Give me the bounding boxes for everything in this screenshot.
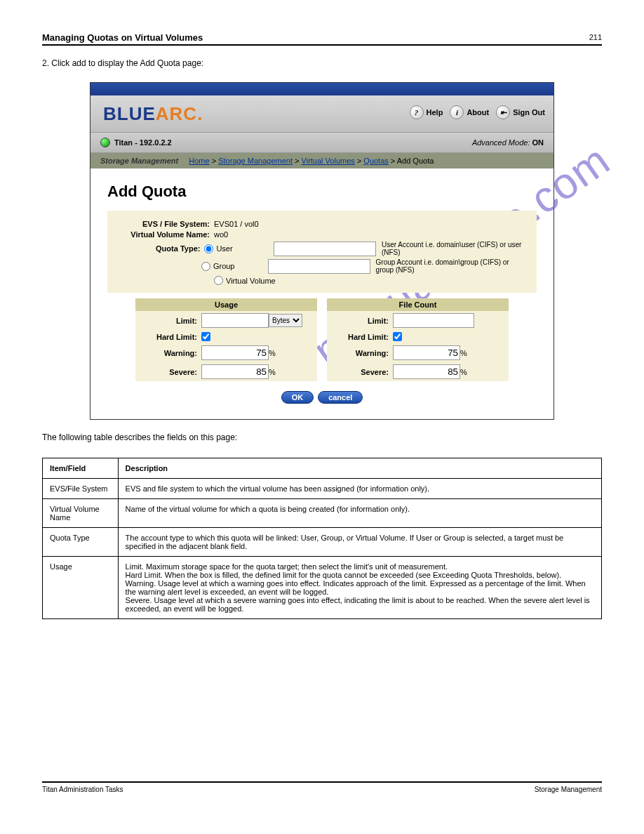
status-host: Titan - 192.0.2.2: [114, 138, 172, 147]
breadcrumb-storage[interactable]: Storage Management: [218, 157, 293, 165]
status-bar: Titan - 192.0.2.2 Advanced Mode: ON: [90, 132, 554, 153]
footer-left: Titan Administration Tasks: [42, 786, 123, 793]
breadcrumb-current: Add Quota: [397, 157, 434, 165]
quota-type-label: Quota Type:: [119, 244, 204, 253]
header-rule: [42, 44, 602, 46]
table-caption: The following table describes the fields…: [42, 432, 602, 442]
breadcrumb-quotas[interactable]: Quotas: [363, 157, 388, 165]
table-cell: EVS and file system to which the virtual…: [118, 479, 601, 499]
help-icon: ?: [410, 105, 424, 119]
fc-hardlimit-checkbox[interactable]: [393, 332, 402, 341]
page-title: Add Quota: [107, 183, 537, 201]
usage-limit-input[interactable]: [201, 313, 269, 328]
logo-blue: BLUE: [103, 103, 156, 124]
user-radio-label: User: [216, 244, 232, 253]
col-desc: Description: [118, 458, 601, 479]
usage-panel: Usage Limit: Bytes Hard Limit: Warning: …: [135, 298, 317, 381]
breadcrumb: Storage Management Home > Storage Manage…: [90, 153, 554, 168]
user-account-input[interactable]: [274, 241, 376, 256]
signout-icon: ⇤: [496, 105, 510, 119]
form-area: EVS / File System: EVS01 / vol0 Virtual …: [107, 211, 537, 293]
quota-type-group-radio[interactable]: [201, 262, 210, 271]
fc-limit-input[interactable]: [393, 313, 474, 328]
signout-label: Sign Out: [513, 108, 545, 117]
cancel-button[interactable]: cancel: [318, 391, 363, 404]
usage-unit-select[interactable]: Bytes: [269, 314, 302, 327]
footer-rule: [42, 781, 602, 783]
usage-warning-label: Warning:: [141, 349, 201, 357]
info-icon: i: [450, 105, 464, 119]
breadcrumb-section: Storage Management: [100, 157, 178, 165]
col-item: Item/Field: [43, 458, 119, 479]
table-cell: Name of the virtual volume for which a q…: [118, 499, 601, 528]
fc-warning-input[interactable]: [393, 345, 460, 360]
usage-severe-label: Severe:: [141, 368, 201, 376]
filecount-header: File Count: [327, 298, 509, 311]
logo-dot: .: [197, 103, 203, 124]
breadcrumb-virtual-volumes[interactable]: Virtual Volumes: [302, 157, 355, 165]
app-screenshot: manualshive.com BLUEARC. ?Help iAbout ⇤S…: [90, 82, 554, 420]
group-hint: Group Account i.e. domain\group (CIFS) o…: [376, 258, 525, 274]
usage-limit-label: Limit:: [141, 317, 201, 325]
group-account-input[interactable]: [268, 259, 370, 274]
title-stripe: [90, 83, 554, 95]
fc-severe-input[interactable]: [393, 364, 460, 379]
about-button[interactable]: iAbout: [450, 105, 489, 119]
table-cell: Limit. Maximum storage space for the quo…: [118, 557, 601, 619]
quota-type-vv-radio[interactable]: [214, 276, 223, 285]
step-instruction: 2. Click add to display the Add Quota pa…: [42, 58, 602, 68]
percent-sign: %: [269, 349, 276, 357]
adv-mode-label: Advanced Mode:: [472, 138, 530, 147]
fc-limit-label: Limit:: [333, 317, 393, 325]
logo: BLUEARC.: [103, 103, 203, 125]
vv-name-value: wo0: [214, 230, 228, 239]
status-led-icon: [100, 138, 110, 147]
evs-label: EVS / File System:: [119, 220, 214, 228]
field-description-table: Item/FieldDescription EVS/File SystemEVS…: [42, 458, 602, 619]
about-label: About: [467, 108, 489, 117]
evs-value: EVS01 / vol0: [214, 220, 259, 228]
vv-radio-label: Virtual Volume: [226, 277, 276, 285]
percent-sign: %: [269, 368, 276, 376]
logo-arc: ARC: [156, 103, 197, 124]
footer-right: Storage Management: [535, 786, 602, 793]
table-row: Usage: [43, 557, 119, 619]
signout-button[interactable]: ⇤Sign Out: [496, 105, 545, 119]
table-cell: The account type to which this quota wil…: [118, 528, 601, 557]
table-row: Quota Type: [43, 528, 119, 557]
percent-sign: %: [460, 349, 467, 357]
help-label: Help: [427, 108, 443, 117]
group-radio-label: Group: [213, 262, 235, 270]
user-hint: User Account i.e. domain\user (CIFS) or …: [382, 241, 525, 256]
table-row: EVS/File System: [43, 479, 119, 499]
fc-severe-label: Severe:: [333, 368, 393, 376]
adv-mode-value: ON: [532, 138, 544, 147]
filecount-panel: File Count Limit: Hard Limit: Warning: %…: [327, 298, 509, 381]
usage-warning-input[interactable]: [201, 345, 269, 360]
fc-hardlimit-label: Hard Limit:: [333, 333, 393, 341]
table-row: Virtual Volume Name: [43, 499, 119, 528]
vv-name-label: Virtual Volume Name:: [119, 230, 214, 239]
usage-hardlimit-checkbox[interactable]: [201, 332, 210, 341]
percent-sign: %: [460, 368, 467, 376]
quota-type-user-radio[interactable]: [204, 244, 213, 253]
fc-warning-label: Warning:: [333, 349, 393, 357]
usage-header: Usage: [135, 298, 317, 311]
top-toolbar: BLUEARC. ?Help iAbout ⇤Sign Out: [90, 95, 554, 132]
breadcrumb-home[interactable]: Home: [189, 157, 209, 165]
usage-hardlimit-label: Hard Limit:: [141, 333, 201, 341]
help-button[interactable]: ?Help: [410, 105, 443, 119]
usage-severe-input[interactable]: [201, 364, 269, 379]
ok-button[interactable]: OK: [281, 391, 314, 404]
